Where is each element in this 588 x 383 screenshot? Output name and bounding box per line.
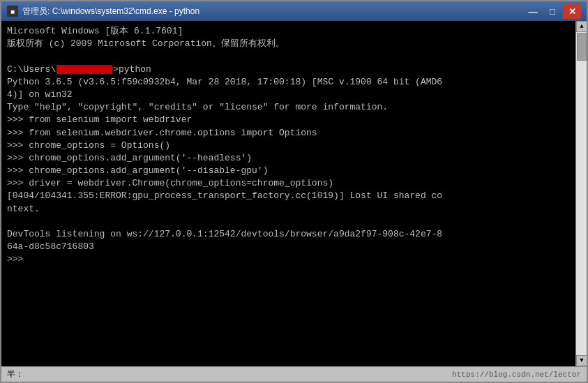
minimize-button[interactable]: — — [524, 3, 542, 19]
scrollbar[interactable]: ▲ ▼ — [575, 21, 587, 366]
terminal-line-11: >>> chrome_options.add_argument('--headl… — [7, 153, 252, 163]
terminal-line-19: >>> — [7, 254, 29, 264]
terminal-line-17: DevTools listening on ws://127.0.0.1:125… — [7, 229, 442, 239]
window-title: 管理员: C:\windows\system32\cmd.exe - pytho… — [22, 6, 524, 17]
status-left: 半： — [7, 368, 24, 380]
scroll-thumb[interactable] — [577, 33, 587, 61]
scroll-track — [576, 32, 587, 355]
maximize-button[interactable]: □ — [543, 3, 561, 19]
scroll-down-button[interactable]: ▼ — [576, 355, 587, 366]
title-buttons: — □ ✕ — [524, 3, 581, 19]
terminal-line-7: Type "help", "copyright", "credits" or "… — [7, 102, 388, 112]
terminal-line-9: >>> from selenium.webdriver.chrome.optio… — [7, 128, 317, 138]
close-button[interactable]: ✕ — [563, 3, 581, 19]
title-bar: ■ 管理员: C:\windows\system32\cmd.exe - pyt… — [1, 1, 587, 21]
terminal-line-6: 4)] on win32 — [7, 89, 73, 100]
terminal-line-5: Python 3.6.5 (v3.6.5:f59c0932b4, Mar 28 … — [7, 77, 442, 87]
terminal-line-4: C:\Users\ >python — [7, 64, 151, 75]
scroll-up-button[interactable]: ▲ — [576, 21, 587, 32]
terminal-line-13: >>> driver = webdriver.Chrome(chrome_opt… — [7, 178, 333, 188]
cmd-window: ■ 管理员: C:\windows\system32\cmd.exe - pyt… — [0, 0, 588, 383]
terminal-wrapper: Microsoft Windows [版本 6.1.7601] 版权所有 (c)… — [1, 21, 587, 366]
window-icon: ■ — [7, 6, 18, 17]
terminal-line-15: ntext. — [7, 204, 40, 214]
terminal-line-8: >>> from selenium import webdriver — [7, 114, 192, 125]
status-right: https://blog.csdn.net/lector — [452, 370, 581, 379]
terminal-line-14: [0404/104341.355:ERROR:gpu_process_trans… — [7, 190, 442, 201]
terminal-line-12: >>> chrome_options.add_argument('--disab… — [7, 165, 268, 176]
status-bar: 半： https://blog.csdn.net/lector — [1, 366, 587, 382]
terminal-line-18: 64a-d8c58c716803 — [7, 241, 94, 252]
terminal-line-1: Microsoft Windows [版本 6.1.7601] — [7, 26, 183, 36]
terminal-line-10: >>> chrome_options = Options() — [7, 140, 170, 151]
terminal-line-2: 版权所有 (c) 2009 Microsoft Corporation。保留所有… — [7, 38, 285, 49]
terminal-content[interactable]: Microsoft Windows [版本 6.1.7601] 版权所有 (c)… — [1, 21, 575, 366]
